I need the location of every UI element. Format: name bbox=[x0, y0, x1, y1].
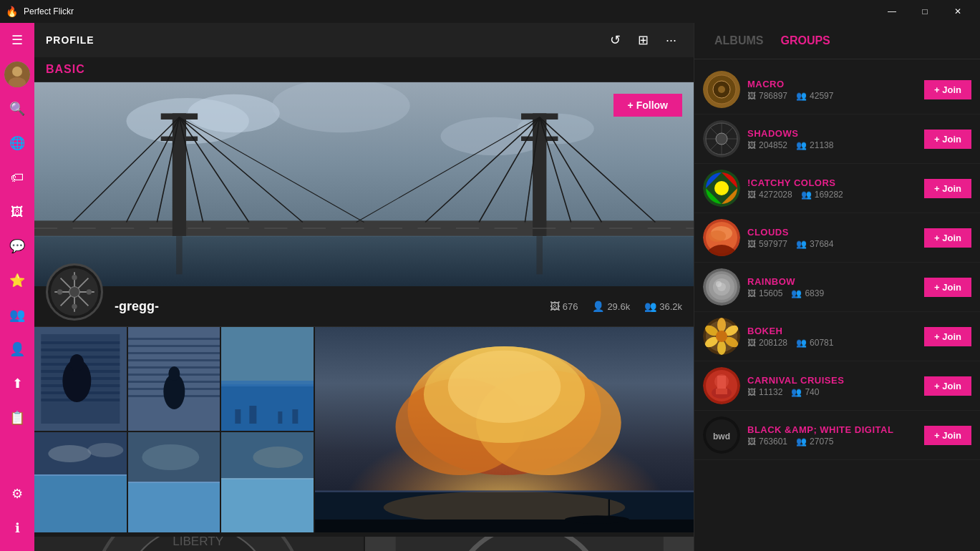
svg-rect-78 bbox=[278, 411, 283, 424]
group-photos-clouds: 🖼 597977 bbox=[747, 239, 787, 249]
group-stats-macro: 🖼 786897 👥 42597 bbox=[747, 91, 917, 101]
page-title: PROFILE bbox=[46, 34, 94, 46]
svg-point-131 bbox=[716, 133, 727, 145]
join-button-catchy-colors[interactable]: + Join bbox=[924, 179, 971, 198]
svg-text:bwd: bwd bbox=[713, 431, 730, 442]
join-button-shadows[interactable]: + Join bbox=[924, 130, 971, 149]
join-button-clouds[interactable]: + Join bbox=[924, 228, 971, 248]
minimize-button[interactable]: — bbox=[875, 0, 908, 23]
profile-scroll-area[interactable]: BASIC bbox=[34, 57, 694, 551]
photo-icon: 🖼 bbox=[747, 387, 756, 397]
group-thumb-clouds bbox=[703, 219, 740, 256]
sidebar-item-activity[interactable]: 📋 bbox=[0, 401, 34, 435]
svg-rect-103 bbox=[315, 520, 694, 532]
svg-rect-86 bbox=[128, 482, 220, 532]
sidebar-item-avatar[interactable] bbox=[0, 57, 34, 92]
photo-cell[interactable] bbox=[365, 537, 694, 551]
join-button-macro[interactable]: + Join bbox=[924, 80, 971, 99]
group-members-shadows: 👥 21138 bbox=[796, 140, 833, 150]
sidebar-item-contacts[interactable]: 👥 bbox=[0, 298, 34, 332]
svg-point-43 bbox=[72, 304, 77, 309]
followers-count: 36.2k bbox=[659, 301, 682, 312]
more-button[interactable]: ··· bbox=[660, 30, 682, 51]
sidebar-item-gallery[interactable]: 🖼 bbox=[0, 195, 34, 229]
sidebar-item-search[interactable]: 🔍 bbox=[0, 92, 34, 126]
group-photos-macro: 🖼 786897 bbox=[747, 91, 787, 101]
photo-icon: 🖼 bbox=[550, 301, 560, 312]
photo-icon: 🖼 bbox=[747, 239, 756, 249]
join-button-bwd[interactable]: + Join bbox=[924, 426, 971, 445]
stat-followers: 👥 36.2k bbox=[644, 301, 682, 312]
group-members-carnival-cruises: 👥 740 bbox=[791, 387, 819, 397]
group-name-carnival-cruises: CARNIVAL CRUISES bbox=[747, 375, 917, 386]
maximize-button[interactable]: □ bbox=[908, 0, 941, 23]
sidebar-item-add-user[interactable]: 👤 bbox=[0, 332, 34, 366]
photo-row-1 bbox=[34, 327, 694, 535]
tags-icon: 🏷 bbox=[11, 170, 24, 185]
svg-rect-50 bbox=[41, 348, 120, 351]
bookmark-button[interactable]: ⊞ bbox=[632, 29, 654, 51]
follow-button[interactable]: + Follow bbox=[613, 94, 682, 117]
svg-point-124 bbox=[718, 86, 725, 93]
join-button-rainbow[interactable]: + Join bbox=[924, 278, 971, 297]
tab-groups[interactable]: GROUPS bbox=[772, 31, 838, 50]
group-thumb-rainbow bbox=[703, 268, 740, 306]
photo-cell[interactable] bbox=[221, 327, 314, 431]
globe-icon: 🌐 bbox=[9, 135, 25, 151]
photo-cell[interactable] bbox=[128, 327, 220, 431]
sidebar-item-settings[interactable]: ⚙ bbox=[0, 477, 34, 511]
svg-point-45 bbox=[87, 289, 92, 294]
members-icon: 👥 bbox=[796, 140, 807, 150]
group-item-macro: MACRO 🖼 786897 👥 42597 + Jo bbox=[694, 65, 980, 114]
svg-point-41 bbox=[69, 287, 80, 298]
sidebar-item-menu[interactable]: ☰ bbox=[0, 23, 34, 57]
group-name-macro: MACRO bbox=[747, 79, 917, 89]
members-icon: 👥 bbox=[801, 190, 812, 200]
join-button-bokeh[interactable]: + Join bbox=[924, 327, 971, 346]
titlebar: 🔥 Perfect Flickr — □ ✕ bbox=[0, 0, 980, 23]
svg-point-42 bbox=[72, 275, 77, 280]
sidebar-item-globe[interactable]: 🌐 bbox=[0, 126, 34, 160]
groups-list[interactable]: MACRO 🖼 786897 👥 42597 + Jo bbox=[694, 59, 980, 551]
group-members-bwd: 👥 27075 bbox=[796, 437, 833, 447]
members-icon: 👥 bbox=[791, 387, 802, 397]
tab-albums[interactable]: ALBUMS bbox=[706, 31, 772, 50]
window-controls: — □ ✕ bbox=[875, 0, 974, 23]
svg-rect-65 bbox=[128, 359, 220, 361]
gallery-icon: 🖼 bbox=[11, 205, 24, 220]
group-stats-bokeh: 🖼 208128 👥 60781 bbox=[747, 338, 917, 348]
svg-point-5 bbox=[188, 94, 280, 133]
sidebar-item-info[interactable]: ℹ bbox=[0, 511, 34, 545]
svg-point-44 bbox=[57, 289, 62, 294]
photo-cell[interactable] bbox=[221, 432, 314, 532]
sidebar-item-upload[interactable]: ⬆ bbox=[0, 366, 34, 401]
sidebar-item-tags[interactable]: 🏷 bbox=[0, 160, 34, 195]
group-thumb-catchy-colors bbox=[703, 170, 740, 207]
join-button-carnival-cruises[interactable]: + Join bbox=[924, 376, 971, 396]
photo-cell[interactable] bbox=[128, 432, 220, 532]
svg-rect-158 bbox=[717, 376, 726, 390]
photo-icon: 🖼 bbox=[747, 140, 756, 150]
members-icon: 👥 bbox=[796, 91, 807, 101]
group-members-rainbow: 👥 6839 bbox=[791, 288, 824, 298]
group-thumb-bwd: bwd bbox=[703, 416, 740, 454]
sidebar-item-favorites[interactable]: ⭐ bbox=[0, 263, 34, 298]
sidebar-item-comment[interactable]: 💬 bbox=[0, 229, 34, 263]
group-name-shadows: SHADOWS bbox=[747, 128, 917, 139]
photo-cell-large[interactable] bbox=[315, 327, 694, 535]
refresh-button[interactable]: ↺ bbox=[604, 29, 626, 51]
svg-point-99 bbox=[448, 351, 561, 423]
group-photos-bwd: 🖼 763601 bbox=[747, 437, 787, 447]
stat-photos: 🖼 676 bbox=[550, 301, 578, 312]
close-button[interactable]: ✕ bbox=[941, 0, 974, 23]
photo-cell[interactable]: LIBERTY IN GOD WE TRUST bbox=[34, 537, 364, 551]
photo-icon: 🖼 bbox=[747, 437, 756, 447]
group-photos-bokeh: 🖼 208128 bbox=[747, 338, 787, 348]
basic-tab[interactable]: BASIC bbox=[46, 63, 85, 75]
group-info-carnival-cruises: CARNIVAL CRUISES 🖼 11132 👥 740 bbox=[747, 375, 917, 397]
photo-cell[interactable] bbox=[34, 432, 127, 532]
photo-cell[interactable] bbox=[34, 327, 127, 431]
svg-point-137 bbox=[709, 230, 726, 242]
settings-icon: ⚙ bbox=[11, 486, 23, 502]
svg-rect-64 bbox=[128, 352, 220, 354]
